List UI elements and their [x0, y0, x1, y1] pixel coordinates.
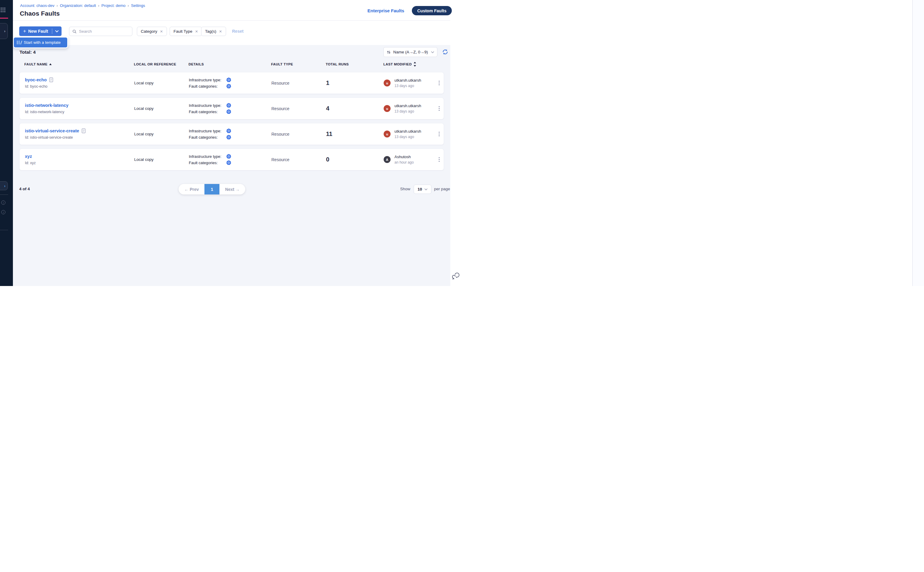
local-or-reference-value: Local copy [134, 132, 189, 136]
table-row[interactable]: xyz Id: xyz Local copy Infrastructure ty… [19, 149, 444, 171]
template-icon [17, 40, 21, 44]
fault-id: Id: istio-network-latency [25, 110, 134, 114]
nav-expand-tile[interactable]: › [0, 23, 8, 39]
fault-categories-label: Fault categories: [189, 160, 226, 165]
modified-by-name: utkarsh.utkarsh [394, 104, 421, 108]
fault-name-link[interactable]: xyz [25, 154, 32, 159]
total-count-label: Total: 4 [20, 50, 36, 55]
page-size-value: 10 [418, 187, 422, 191]
chevron-down-icon [431, 51, 434, 53]
local-or-reference-value: Local copy [134, 81, 189, 85]
breadcrumb-project[interactable]: Project: demo [101, 3, 126, 8]
row-menu-kebab-icon[interactable] [436, 104, 442, 113]
doc-icon [82, 129, 86, 133]
breadcrumb-settings[interactable]: Settings [131, 3, 145, 8]
rail-divider [0, 194, 8, 195]
kubernetes-icon [226, 135, 231, 140]
fault-id: Id: byoc-echo [25, 84, 134, 89]
close-icon[interactable]: ✕ [195, 30, 198, 34]
total-runs-value: 1 [326, 79, 384, 86]
row-menu-kebab-icon[interactable] [436, 79, 442, 87]
search-box [69, 27, 132, 36]
chevron-down-icon [55, 30, 59, 33]
row-menu-kebab-icon[interactable] [436, 130, 442, 138]
fault-name-link[interactable]: byoc-echo [25, 78, 47, 82]
info-icon[interactable]: i [1, 210, 5, 214]
fault-type-value: Resource [271, 157, 326, 162]
local-or-reference-value: Local copy [134, 157, 189, 162]
refresh-button[interactable] [442, 48, 449, 56]
fault-name-link[interactable]: istio-network-latency [25, 103, 68, 108]
close-icon[interactable]: ✕ [160, 30, 163, 34]
row-menu-kebab-icon[interactable] [436, 155, 442, 164]
fault-categories-label: Fault categories: [189, 110, 226, 114]
breadcrumb-organization[interactable]: Organization: default [60, 3, 96, 8]
modified-time: 13 days ago [394, 135, 421, 139]
column-local-or-reference: Local or Reference [134, 62, 188, 66]
modified-time: 13 days ago [394, 109, 421, 113]
sort-both-icon [414, 62, 416, 67]
custom-faults-button[interactable]: Custom Faults [412, 6, 452, 15]
breadcrumb-separator: › [56, 3, 58, 8]
modified-by-name: Ashutosh [394, 155, 414, 159]
kubernetes-icon [226, 154, 231, 159]
kubernetes-icon [226, 109, 231, 114]
filter-chip-fault-type[interactable]: Fault Type ✕ [170, 27, 202, 36]
per-page-label: per page [434, 187, 450, 191]
fault-categories-label: Fault categories: [189, 84, 226, 89]
breadcrumb: Account: chaos-dev › Organization: defau… [20, 3, 145, 8]
fault-name-link[interactable]: istio-virtual-service-create [25, 129, 79, 133]
new-fault-button[interactable]: + New Fault [19, 26, 62, 36]
avatar: u [384, 79, 390, 86]
table-row[interactable]: istio-network-latency Id: istio-network-… [19, 98, 444, 120]
doc-icon [49, 78, 53, 82]
info-icon[interactable]: i [1, 201, 5, 205]
search-icon [72, 29, 76, 34]
close-icon[interactable]: ✕ [219, 30, 222, 34]
next-page-button[interactable]: Next → [219, 184, 245, 194]
kubernetes-icon [226, 84, 231, 89]
left-nav-rail: › › i i [0, 0, 13, 286]
new-fault-menu: Start with a template [13, 37, 68, 48]
sort-updown-icon [387, 50, 391, 54]
page-size-select[interactable]: 10 [414, 185, 431, 194]
infrastructure-type-label: Infrastructure type: [189, 78, 226, 82]
total-runs-value: 11 [326, 131, 384, 137]
fault-categories-label: Fault categories: [189, 135, 226, 140]
new-fault-label: New Fault [28, 29, 48, 34]
apps-grid-icon[interactable] [1, 8, 5, 12]
local-or-reference-value: Local copy [134, 106, 189, 111]
fault-id: Id: istio-virtual-service-create [25, 135, 134, 140]
prev-page-button[interactable]: ← Prev [179, 184, 204, 194]
breadcrumb-account[interactable]: Account: chaos-dev [20, 3, 54, 8]
chat-icon[interactable] [451, 272, 460, 281]
avatar: u [384, 105, 390, 112]
fault-type-value: Resource [271, 81, 326, 85]
column-fault-type: Fault Type [271, 62, 326, 66]
infrastructure-type-label: Infrastructure type: [189, 154, 226, 159]
menu-item-start-with-template[interactable]: Start with a template [14, 37, 67, 47]
table-header-row: Fault Name Local or Reference Details Fa… [19, 61, 444, 68]
reset-filters-link[interactable]: Reset [232, 29, 243, 34]
search-input[interactable] [79, 29, 129, 34]
fault-id: Id: xyz [25, 161, 134, 165]
header-divider [13, 20, 450, 21]
enterprise-faults-link[interactable]: Enterprise Faults [367, 8, 404, 13]
filter-label: Fault Type [174, 29, 193, 34]
nav-expand-tile-secondary[interactable]: › [0, 181, 8, 190]
sort-select[interactable]: Name (A→Z, 0→9) [383, 47, 437, 57]
new-fault-dropdown-toggle[interactable] [52, 30, 62, 33]
plus-icon: + [23, 28, 26, 34]
breadcrumb-separator: › [98, 3, 100, 8]
filter-chip-tags[interactable]: Tag(s) ✕ [201, 27, 226, 36]
fault-type-value: Resource [271, 106, 326, 111]
column-last-modified[interactable]: Last Modified [383, 62, 434, 67]
table-row[interactable]: byoc-echo Id: byoc-echo Local copy Infra… [19, 72, 444, 94]
kubernetes-icon [226, 103, 231, 108]
filter-chip-category[interactable]: Category ✕ [137, 27, 167, 36]
modified-by-name: utkarsh.utkarsh [394, 78, 421, 82]
table-row[interactable]: istio-virtual-service-create Id: istio-v… [19, 123, 444, 145]
current-page-button[interactable]: 1 [204, 184, 219, 194]
column-fault-name[interactable]: Fault Name [24, 62, 134, 66]
chevron-right-icon: › [4, 183, 5, 188]
